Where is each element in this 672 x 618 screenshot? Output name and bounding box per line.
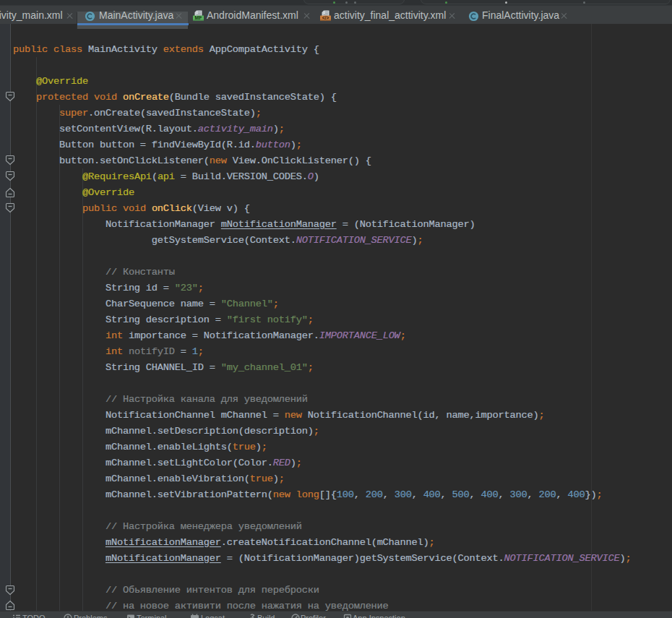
svg-text:MF: MF	[195, 15, 202, 20]
svg-text:</>: </>	[322, 15, 329, 20]
